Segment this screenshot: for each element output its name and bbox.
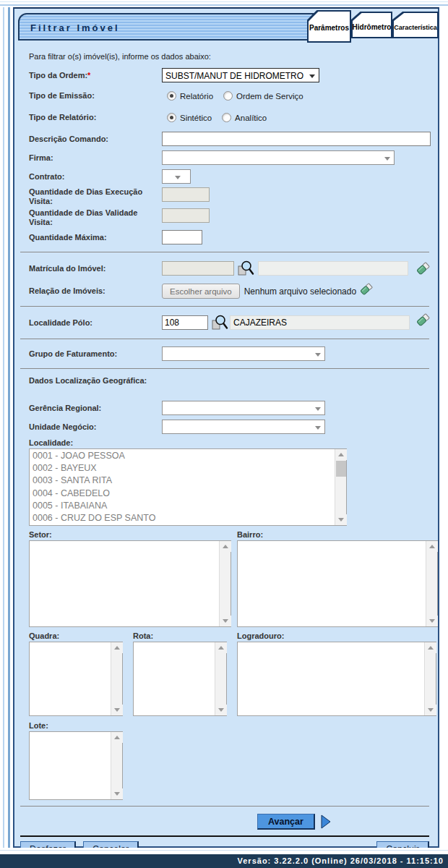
rota-listbox[interactable]: [133, 642, 227, 716]
localidade-listbox[interactable]: 0001 - JOAO PESSOA 0002 - BAYEUX 0003 - …: [29, 448, 347, 526]
setor-listbox[interactable]: [29, 540, 231, 627]
tipo-ordem-select[interactable]: SUBST/MANUT DE HIDROMETRO: [162, 68, 319, 82]
qtd-maxima-input[interactable]: [162, 230, 202, 244]
radio-analitico-label: Analítico: [235, 114, 267, 122]
contrato-value: [163, 170, 190, 172]
gerencia-regional-select[interactable]: [162, 401, 325, 415]
unidade-negocio-select[interactable]: [162, 420, 325, 434]
row-contrato: Contrato:: [19, 169, 431, 184]
row-relacao-imoveis: Relação de Imóveis: Escolher arquivo Nen…: [19, 284, 431, 299]
form-body: Para filtrar o(s) imóvel(is), informe os…: [14, 46, 438, 857]
scroll-down-icon[interactable]: [215, 705, 227, 715]
qtd-dias-execucao-label: Quantidade de Dias Execução Visita:: [29, 187, 162, 206]
list-item[interactable]: 0006 - CRUZ DO ESP SANTO: [30, 512, 334, 524]
tab-parametros[interactable]: Parâmetros: [307, 10, 351, 43]
relacao-erase-icon[interactable]: [359, 282, 374, 297]
scroll-up-icon[interactable]: [426, 541, 438, 552]
logradouro-block: Logradouro:: [237, 631, 436, 716]
tab-caracteristica-label: Característica: [392, 24, 439, 31]
panel-header: Filtrar Imóvel Parâmetros Hidrômetro Car…: [14, 9, 438, 46]
scrollbar[interactable]: [219, 541, 231, 626]
rota-label: Rota:: [133, 631, 227, 640]
contrato-select[interactable]: [162, 169, 191, 184]
tipo-emissao-radiogroup: RelatórioOrdem de Serviço: [162, 89, 314, 102]
quadra-label: Quadra:: [29, 631, 123, 640]
dropdown-caret-icon: [315, 353, 321, 357]
filtrar-imovel-page: Filtrar Imóvel Parâmetros Hidrômetro Car…: [0, 0, 448, 868]
avancar-button[interactable]: Avançar: [257, 814, 315, 830]
grupo-faturamento-select[interactable]: [162, 346, 325, 361]
row-descricao-comando: Descrição Comando:: [19, 132, 431, 146]
scroll-up-icon[interactable]: [220, 541, 231, 552]
matricula-imovel-label: Matrícula do Imóvel:: [29, 264, 162, 273]
scroll-down-icon[interactable]: [426, 616, 438, 626]
matricula-erase-icon[interactable]: [415, 261, 431, 276]
scrollbar[interactable]: [335, 449, 346, 525]
scrollbar-thumb[interactable]: [336, 461, 346, 477]
scroll-down-icon[interactable]: [425, 705, 436, 715]
tab-caracteristica[interactable]: Característica: [392, 12, 439, 38]
scroll-up-icon[interactable]: [425, 642, 436, 653]
radio-analitico[interactable]: [222, 113, 231, 122]
logradouro-listbox[interactable]: [237, 642, 436, 716]
row-tipo-ordem: Tipo da Ordem:* SUBST/MANUT DE HIDROMETR…: [19, 68, 431, 82]
scroll-up-icon[interactable]: [111, 642, 123, 653]
descricao-comando-input[interactable]: [162, 132, 431, 146]
tab-parametros-label: Parâmetros: [307, 24, 351, 32]
file-status-text: Nenhum arquivo selecionado: [244, 286, 356, 297]
scroll-down-icon[interactable]: [335, 514, 347, 525]
logradouro-label: Logradouro:: [237, 631, 436, 640]
radio-sintetico[interactable]: [167, 113, 176, 122]
tab-hidrometro[interactable]: Hidrômetro: [351, 12, 392, 38]
scroll-down-icon[interactable]: [111, 788, 123, 799]
list-item[interactable]: 0003 - SANTA RITA: [30, 475, 334, 487]
scroll-up-icon[interactable]: [215, 642, 227, 653]
tipo-relatorio-label: Tipo de Relatório:: [29, 113, 162, 122]
firma-label: Firma:: [29, 153, 162, 163]
firma-value: [163, 151, 394, 153]
required-asterisk: *: [87, 71, 90, 80]
list-item[interactable]: 0004 - CABEDELO: [30, 488, 334, 500]
bairro-listbox[interactable]: [237, 540, 438, 627]
gerencia-regional-value: [163, 401, 324, 404]
scrollbar[interactable]: [111, 642, 122, 715]
scroll-up-icon[interactable]: [111, 732, 123, 743]
scrollbar[interactable]: [111, 732, 122, 799]
tab-hidrometro-label: Hidrômetro: [351, 23, 392, 31]
scroll-up-icon[interactable]: [335, 449, 347, 460]
relacao-imoveis-label: Relação de Imóveis:: [29, 286, 162, 296]
list-item[interactable]: 0005 - ITABAIANA: [30, 500, 334, 512]
lote-listbox[interactable]: [29, 731, 123, 800]
scroll-down-icon[interactable]: [111, 705, 123, 715]
unidade-negocio-value: [163, 420, 324, 422]
bairro-block: Bairro:: [237, 530, 438, 627]
localidade-polo-label: Localidade Pólo:: [29, 318, 162, 328]
row-matricula-imovel: Matrícula do Imóvel:: [19, 260, 431, 277]
matricula-search-icon[interactable]: [237, 260, 254, 277]
gerencia-regional-label: Gerência Regional:: [29, 404, 162, 413]
intro-text: Para filtrar o(s) imóvel(is), informe os…: [29, 52, 431, 61]
quadra-listbox[interactable]: [29, 642, 123, 716]
localidade-polo-erase-icon[interactable]: [415, 312, 431, 328]
scroll-down-icon[interactable]: [220, 616, 231, 626]
list-item[interactable]: 0001 - JOAO PESSOA: [30, 450, 334, 462]
localidade-polo-input[interactable]: [162, 315, 208, 330]
list-item[interactable]: 0002 - BAYEUX: [30, 462, 334, 475]
escolher-arquivo-button[interactable]: Escolher arquivo: [162, 284, 240, 299]
tipo-ordem-label: Tipo da Ordem:*: [29, 71, 162, 80]
firma-select[interactable]: [162, 150, 395, 165]
localidade-polo-search-icon[interactable]: [211, 314, 228, 331]
row-tipo-relatorio: Tipo de Relatório: SintéticoAnalítico: [19, 111, 431, 124]
radio-sintetico-label: Sintético: [180, 114, 212, 122]
rota-block: Rota:: [133, 631, 227, 716]
scrollbar[interactable]: [215, 642, 226, 715]
radio-ordem-servico[interactable]: [223, 91, 233, 101]
scrollbar[interactable]: [424, 642, 436, 715]
unidade-negocio-label: Unidade Negócio:: [29, 422, 162, 432]
tab-strip: Parâmetros Hidrômetro Característica: [307, 9, 439, 43]
scrollbar[interactable]: [426, 541, 437, 626]
radio-relatorio[interactable]: [167, 91, 176, 101]
quadra-rota-logradouro-row: Quadra: Rota:: [19, 631, 431, 716]
dropdown-caret-icon: [175, 176, 181, 179]
tipo-relatorio-radiogroup: SintéticoAnalítico: [162, 111, 277, 124]
